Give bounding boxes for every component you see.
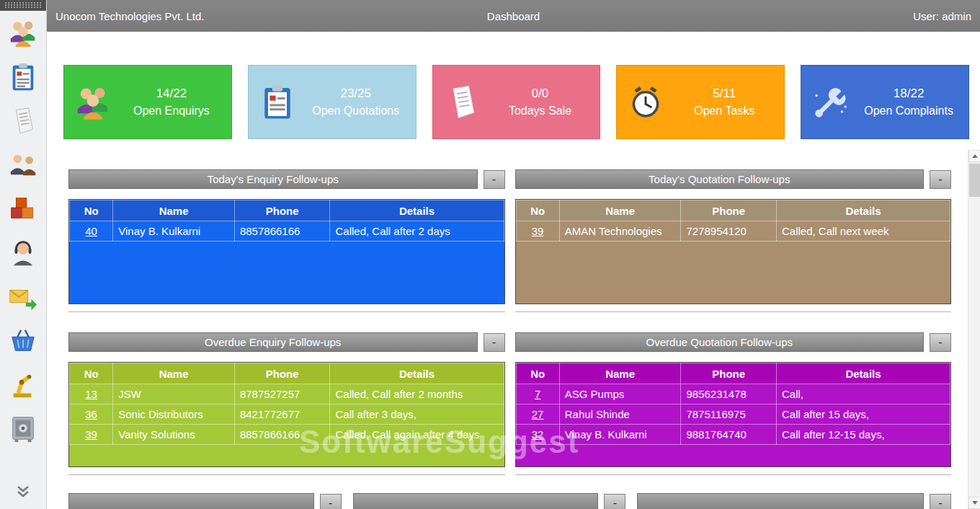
card-open-enquirys[interactable]: 14/22 Open Enquirys	[63, 65, 232, 139]
no-cell[interactable]: 39	[70, 425, 113, 445]
column-header-no[interactable]: No	[70, 200, 113, 221]
splitter[interactable]	[68, 474, 505, 475]
receipt-icon	[443, 84, 481, 121]
no-cell[interactable]: 39	[516, 221, 559, 242]
panel-overdue-enquiry-followups: Overdue Enquiry Follow-ups - NoNamePhone…	[68, 332, 505, 475]
panel-todays-enquiry-followups: Today's Enquiry Follow-ups - NoNamePhone…	[68, 169, 505, 312]
alarm-clock-icon	[627, 84, 664, 121]
double-chevron-down-icon	[14, 484, 32, 499]
app-window: Unocom Technologies Pvt. Ltd. Dashboard …	[0, 0, 980, 509]
name-cell: Vinay B. Kulkarni	[559, 425, 681, 445]
record-link[interactable]: 32	[532, 428, 544, 441]
column-header-no[interactable]: No	[516, 363, 559, 384]
panel-title-bar[interactable]	[353, 493, 599, 509]
card-open-quotations[interactable]: 23/25 Open Quotations	[248, 65, 416, 139]
panel-minimize-button[interactable]: -	[484, 170, 505, 189]
column-header-details[interactable]: Details	[330, 363, 504, 384]
column-header-details[interactable]: Details	[776, 363, 950, 384]
panel-minimize-button[interactable]: -	[320, 494, 342, 509]
sidebar-item-1[interactable]	[6, 17, 40, 50]
no-cell[interactable]: 36	[70, 404, 113, 425]
panel-title-bar[interactable]: Today's Enquiry Follow-ups	[68, 169, 478, 189]
sidebar-item-9[interactable]	[6, 368, 40, 402]
record-link[interactable]: 27	[532, 408, 544, 420]
panel-title-bar[interactable]: Overdue Quotation Follow-ups	[515, 332, 925, 352]
card-value: 5/11	[664, 85, 784, 102]
splitter[interactable]	[515, 311, 952, 312]
sidebar-item-2[interactable]	[6, 61, 40, 94]
sidebar-collapse-button[interactable]	[0, 484, 46, 502]
panels-grid: Today's Enquiry Follow-ups - NoNamePhone…	[68, 169, 951, 475]
column-header-details[interactable]: Details	[330, 200, 504, 221]
no-cell[interactable]: 27	[516, 404, 559, 425]
name-cell: Vanity Solutions	[113, 425, 235, 445]
card-open-tasks[interactable]: 5/11 Open Tasks	[616, 65, 785, 139]
clipboard-icon	[8, 62, 38, 92]
column-header-name[interactable]: Name	[559, 363, 681, 384]
sidebar-item-6[interactable]	[6, 236, 40, 270]
column-header-no[interactable]: No	[516, 200, 559, 221]
scroll-thumb[interactable]	[969, 164, 980, 197]
column-header-details[interactable]: Details	[776, 200, 950, 221]
followups-table: NoNamePhoneDetails7ASG Pumps9856231478Ca…	[515, 362, 952, 467]
panel-minimize-button[interactable]: -	[484, 333, 505, 352]
record-link[interactable]: 39	[532, 225, 544, 237]
card-open-complaints[interactable]: 18/22 Open Complaints	[801, 65, 969, 139]
card-text: 23/25 Open Quotations	[296, 85, 416, 119]
panel-title-bar[interactable]	[637, 493, 924, 509]
window-grip[interactable]	[0, 0, 46, 11]
followups-table: NoNamePhoneDetails40Vinay B. Kulkarni885…	[68, 199, 505, 304]
no-cell[interactable]: 7	[516, 384, 559, 404]
column-header-phone[interactable]: Phone	[234, 363, 330, 384]
splitter[interactable]	[515, 474, 952, 475]
column-header-name[interactable]: Name	[559, 200, 681, 221]
sidebar-item-8[interactable]	[6, 324, 40, 358]
record-link[interactable]: 7	[535, 388, 540, 400]
card-label: Open Enquirys	[112, 102, 231, 119]
column-header-phone[interactable]: Phone	[681, 200, 777, 221]
sidebar-item-3[interactable]	[6, 105, 40, 138]
panel-title-bar[interactable]	[68, 493, 314, 509]
record-link[interactable]: 36	[85, 408, 97, 420]
no-cell[interactable]: 13	[70, 384, 113, 404]
record-link[interactable]: 13	[85, 388, 97, 400]
robot-arm-icon	[8, 370, 38, 400]
no-cell[interactable]: 40	[70, 221, 113, 242]
panel-title: Today's Quotation Follow-ups	[649, 173, 790, 185]
card-text: 0/0 Todays Sale	[481, 85, 600, 119]
name-cell: Sonic Distributors	[113, 404, 235, 425]
panel-title: Today's Enquiry Follow-ups	[208, 173, 339, 185]
panel-overdue-quotation-followups: Overdue Quotation Follow-ups - NoNamePho…	[515, 332, 952, 475]
details-cell: Called, Call after 2 months	[330, 384, 504, 404]
card-todays-sale[interactable]: 0/0 Todays Sale	[432, 65, 601, 139]
no-cell[interactable]: 32	[516, 425, 559, 445]
column-header-phone[interactable]: Phone	[681, 363, 777, 384]
panel-minimize-button[interactable]: -	[930, 170, 951, 189]
column-header-phone[interactable]: Phone	[234, 200, 330, 221]
column-header-name[interactable]: Name	[113, 363, 235, 384]
scroll-up-button[interactable]	[968, 150, 980, 162]
scroll-down-button[interactable]	[968, 497, 980, 509]
panel-title-bar[interactable]: Overdue Enquiry Follow-ups	[68, 332, 478, 352]
panel-title: Overdue Quotation Follow-ups	[646, 336, 793, 348]
panel-minimize-button[interactable]: -	[930, 494, 951, 509]
sidebar-item-5[interactable]	[6, 192, 40, 226]
sidebar-item-4[interactable]	[6, 149, 40, 182]
bottom-panel-1: -	[68, 493, 342, 509]
details-cell: Call after 12-15 days,	[776, 425, 950, 445]
column-header-name[interactable]: Name	[113, 200, 235, 221]
record-link[interactable]: 40	[85, 225, 97, 237]
panel-title-bar[interactable]: Today's Quotation Follow-ups	[515, 169, 925, 189]
panel-minimize-button[interactable]: -	[604, 494, 625, 509]
people-group-icon	[8, 18, 38, 48]
clipboard-icon	[259, 84, 296, 121]
vertical-scrollbar[interactable]	[968, 150, 980, 509]
sidebar-item-7[interactable]	[6, 280, 40, 314]
column-header-no[interactable]: No	[70, 363, 113, 384]
panel-minimize-button[interactable]: -	[930, 333, 951, 352]
people-group-icon	[74, 84, 112, 121]
splitter[interactable]	[68, 311, 505, 312]
record-link[interactable]: 39	[85, 428, 97, 441]
sidebar-item-10[interactable]	[6, 412, 40, 446]
page-title: Dashboard	[487, 10, 540, 22]
